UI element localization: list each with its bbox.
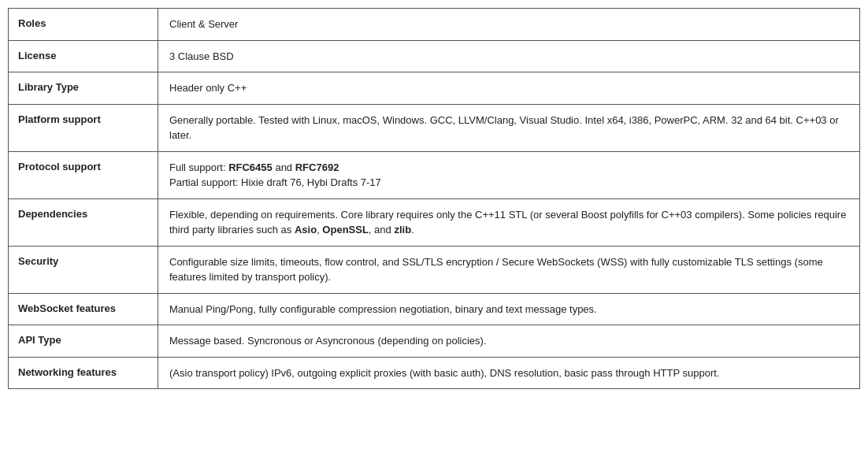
table-row: SecurityConfigurable size limits, timeou…	[9, 247, 859, 294]
value-dependencies: Flexible, depending on requirements. Cor…	[158, 199, 859, 246]
table-row: Protocol supportFull support: RFC6455 an…	[9, 152, 859, 199]
value-license: 3 Clause BSD	[158, 41, 859, 72]
value-security: Configurable size limits, timeouts, flow…	[158, 247, 859, 293]
value-protocol-support: Full support: RFC6455 and RFC7692Partial…	[158, 152, 859, 198]
table-row: WebSocket featuresManual Ping/Pong, full…	[9, 294, 859, 326]
value-roles: Client & Server	[158, 9, 859, 40]
label-protocol-support: Protocol support	[9, 152, 158, 198]
value-library-type: Header only C++	[158, 72, 859, 104]
table-row: Library TypeHeader only C++	[9, 72, 859, 105]
value-api-type: Message based. Syncronous or Asyncronous…	[158, 325, 859, 357]
label-roles: Roles	[9, 9, 158, 40]
label-websocket-features: WebSocket features	[9, 294, 158, 325]
table-row: Platform supportGenerally portable. Test…	[9, 105, 859, 152]
table-row: RolesClient & Server	[9, 9, 859, 41]
table-row: License3 Clause BSD	[9, 41, 859, 73]
label-security: Security	[9, 247, 158, 293]
label-networking-features: Networking features	[9, 358, 158, 389]
value-networking-features: (Asio transport policy) IPv6, outgoing e…	[158, 358, 859, 389]
table-row: Networking features(Asio transport polic…	[9, 358, 859, 389]
label-platform-support: Platform support	[9, 105, 158, 151]
label-library-type: Library Type	[9, 72, 158, 104]
value-websocket-features: Manual Ping/Pong, fully configurable com…	[158, 294, 859, 325]
table-row: API TypeMessage based. Syncronous or Asy…	[9, 325, 859, 358]
table-row: DependenciesFlexible, depending on requi…	[9, 199, 859, 247]
label-license: License	[9, 41, 158, 72]
feature-table: RolesClient & ServerLicense3 Clause BSDL…	[8, 8, 860, 389]
label-dependencies: Dependencies	[9, 199, 158, 246]
value-platform-support: Generally portable. Tested with Linux, m…	[158, 105, 859, 151]
label-api-type: API Type	[9, 325, 158, 357]
